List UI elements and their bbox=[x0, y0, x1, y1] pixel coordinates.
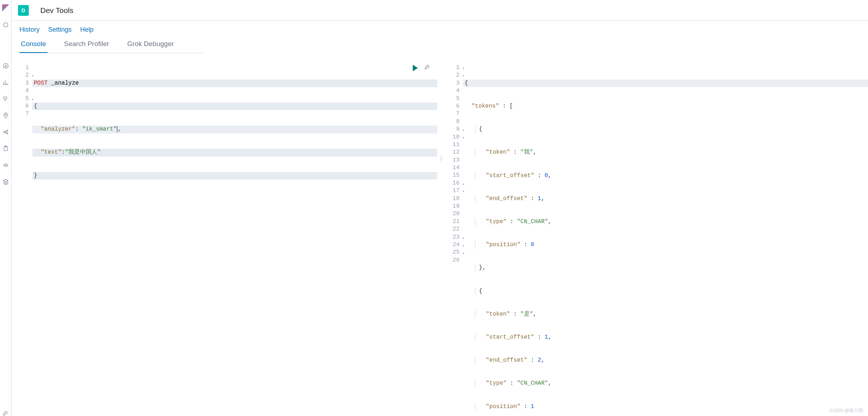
editor-panes: 1 2▾ 3 4 5▴ 6 7 POST _analyze { "analyze… bbox=[12, 64, 868, 416]
endpoint-path: _analyze bbox=[51, 80, 79, 86]
response-code[interactable]: { "tokens" : [ { "token" : "我", "start_o… bbox=[463, 64, 868, 416]
request-actions bbox=[413, 64, 431, 72]
gutter-line: 3 bbox=[12, 80, 29, 87]
wrench-rail-icon[interactable] bbox=[3, 410, 9, 416]
gutter-line: 7 bbox=[12, 110, 29, 118]
tab-grok-debugger[interactable]: Grok Debugger bbox=[126, 40, 175, 53]
link-history[interactable]: History bbox=[19, 26, 40, 33]
request-pane[interactable]: 1 2▾ 3 4 5▴ 6 7 POST _analyze { "analyze… bbox=[12, 64, 437, 416]
request-options-icon[interactable] bbox=[424, 63, 431, 72]
chain-icon[interactable] bbox=[3, 162, 9, 168]
response-gutter: 1▾ 2▾ 3▾ 4 5 6 7 8 9▴ 10▾ 11 12 13 14 15… bbox=[442, 64, 462, 264]
link-row: History Settings Help bbox=[19, 26, 860, 33]
svg-point-0 bbox=[4, 23, 8, 27]
tab-row: Console Search Profiler Grok Debugger bbox=[19, 40, 204, 53]
gutter-line: 2▾ bbox=[12, 72, 29, 79]
kibana-logo-icon[interactable] bbox=[2, 4, 9, 12]
watermark: CSDN @喵大明 bbox=[829, 407, 863, 414]
svg-point-6 bbox=[6, 133, 8, 134]
tab-console[interactable]: Console bbox=[19, 40, 48, 53]
topbar: D Dev Tools bbox=[12, 0, 868, 21]
gutter-line: 4 bbox=[12, 87, 29, 95]
layers-icon[interactable] bbox=[3, 178, 9, 185]
chart-icon[interactable] bbox=[3, 79, 9, 86]
app-icon-rail bbox=[0, 0, 12, 416]
space-badge[interactable]: D bbox=[18, 5, 29, 16]
run-request-icon[interactable] bbox=[413, 65, 418, 71]
response-pane[interactable]: ⋮⋮ 1▾ 2▾ 3▾ 4 5 6 7 8 9▴ 10▾ 11 12 13 14… bbox=[442, 64, 868, 416]
svg-rect-2 bbox=[4, 97, 7, 99]
clipboard-icon[interactable] bbox=[3, 145, 9, 152]
svg-point-4 bbox=[4, 131, 5, 133]
compass-icon[interactable] bbox=[3, 63, 9, 69]
paint-icon[interactable] bbox=[3, 96, 9, 102]
gutter-line: 6 bbox=[12, 103, 29, 110]
submenu: History Settings Help Console Search Pro… bbox=[12, 21, 868, 53]
tab-search-profiler[interactable]: Search Profiler bbox=[63, 40, 111, 53]
page-title: Dev Tools bbox=[40, 6, 73, 15]
location-icon[interactable] bbox=[3, 112, 9, 119]
http-method: POST bbox=[34, 80, 48, 86]
svg-point-3 bbox=[5, 114, 6, 116]
gutter-line: 5▴ bbox=[12, 95, 29, 103]
gutter-line: 1 bbox=[12, 64, 29, 72]
request-gutter: 1 2▾ 3 4 5▴ 6 7 bbox=[12, 64, 31, 118]
link-settings[interactable]: Settings bbox=[48, 26, 72, 33]
svg-point-1 bbox=[3, 63, 8, 68]
ml-icon[interactable] bbox=[3, 129, 9, 135]
link-help[interactable]: Help bbox=[80, 26, 94, 33]
request-code[interactable]: POST _analyze { "analyzer": "ik_smart", … bbox=[32, 64, 437, 241]
svg-point-5 bbox=[6, 130, 8, 131]
rail-icon-1[interactable] bbox=[3, 22, 9, 28]
